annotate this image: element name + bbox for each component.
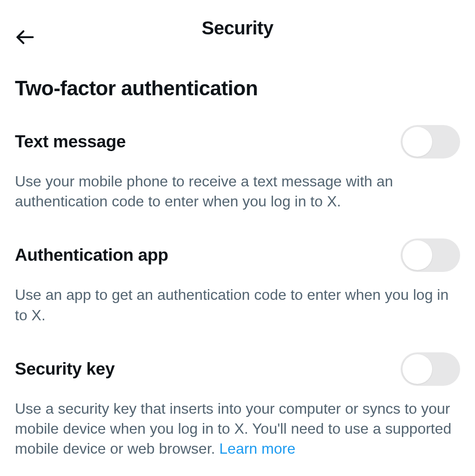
option-header: Text message xyxy=(15,125,460,159)
toggle-knob xyxy=(402,127,432,157)
section-heading: Two-factor authentication xyxy=(15,77,460,100)
option-security-key: Security key Use a security key that ins… xyxy=(15,352,460,459)
header: Security xyxy=(0,0,475,50)
toggle-knob xyxy=(402,240,432,270)
option-header: Security key xyxy=(15,352,460,386)
option-header: Authentication app xyxy=(15,238,460,272)
toggle-security-key[interactable] xyxy=(401,352,460,386)
toggle-auth-app[interactable] xyxy=(401,238,460,272)
option-auth-app: Authentication app Use an app to get an … xyxy=(15,238,460,325)
option-title-security-key: Security key xyxy=(15,359,114,379)
toggle-knob xyxy=(402,354,432,384)
page-title: Security xyxy=(15,18,460,39)
option-description-text-message: Use your mobile phone to receive a text … xyxy=(15,172,460,212)
option-description-auth-app: Use an app to get an authentication code… xyxy=(15,285,460,325)
back-button[interactable] xyxy=(15,27,35,47)
learn-more-link[interactable]: Learn more xyxy=(219,440,295,457)
option-text-message: Text message Use your mobile phone to re… xyxy=(15,125,460,212)
option-title-auth-app: Authentication app xyxy=(15,245,168,265)
toggle-text-message[interactable] xyxy=(401,125,460,159)
content: Two-factor authentication Text message U… xyxy=(0,77,475,459)
arrow-left-icon xyxy=(15,27,35,47)
option-description-security-key: Use a security key that inserts into you… xyxy=(15,399,460,459)
option-title-text-message: Text message xyxy=(15,132,126,152)
